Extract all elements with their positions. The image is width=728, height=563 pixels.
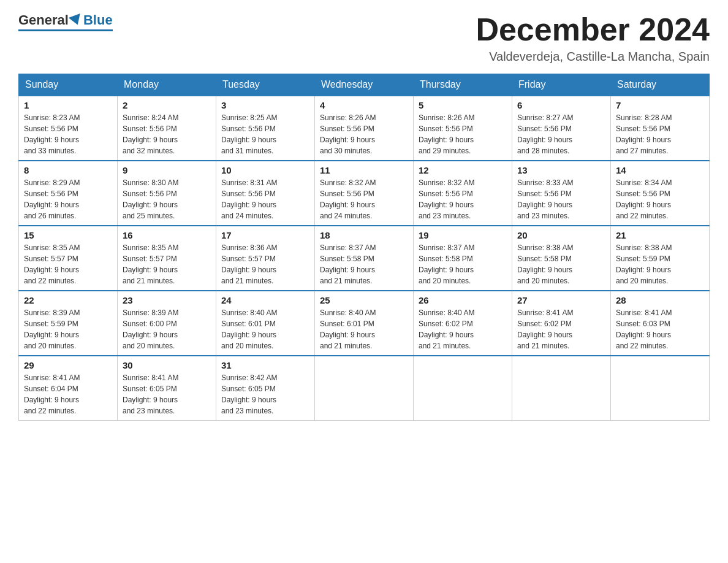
day-info: Sunrise: 8:40 AM Sunset: 6:01 PM Dayligh… <box>221 307 309 351</box>
day-number: 26 <box>419 295 507 305</box>
week-row-3: 15 Sunrise: 8:35 AM Sunset: 5:57 PM Dayl… <box>19 226 710 291</box>
day-info: Sunrise: 8:40 AM Sunset: 6:02 PM Dayligh… <box>419 307 507 351</box>
day-number: 6 <box>517 100 605 110</box>
day-info: Sunrise: 8:41 AM Sunset: 6:04 PM Dayligh… <box>24 372 112 416</box>
page-header: General Blue December 2024 Valdeverdeja,… <box>18 12 710 64</box>
week-row-5: 29 Sunrise: 8:41 AM Sunset: 6:04 PM Dayl… <box>19 356 710 421</box>
day-info: Sunrise: 8:32 AM Sunset: 5:56 PM Dayligh… <box>320 177 408 221</box>
day-number: 25 <box>320 295 408 305</box>
day-number: 31 <box>221 360 309 370</box>
weekday-header-monday: Monday <box>118 74 216 96</box>
day-info: Sunrise: 8:26 AM Sunset: 5:56 PM Dayligh… <box>419 112 507 156</box>
weekday-header-sunday: Sunday <box>19 74 118 96</box>
day-info: Sunrise: 8:29 AM Sunset: 5:56 PM Dayligh… <box>24 177 112 221</box>
calendar-cell <box>414 356 512 421</box>
day-number: 20 <box>517 230 605 240</box>
calendar-cell: 11 Sunrise: 8:32 AM Sunset: 5:56 PM Dayl… <box>315 161 414 226</box>
calendar-cell: 13 Sunrise: 8:33 AM Sunset: 5:56 PM Dayl… <box>512 161 611 226</box>
title-block: December 2024 Valdeverdeja, Castille-La … <box>476 12 710 64</box>
calendar-cell: 1 Sunrise: 8:23 AM Sunset: 5:56 PM Dayli… <box>19 96 118 161</box>
day-info: Sunrise: 8:35 AM Sunset: 5:57 PM Dayligh… <box>123 242 211 286</box>
calendar-cell: 6 Sunrise: 8:27 AM Sunset: 5:56 PM Dayli… <box>512 96 611 161</box>
day-info: Sunrise: 8:41 AM Sunset: 6:05 PM Dayligh… <box>123 372 211 416</box>
calendar-cell: 22 Sunrise: 8:39 AM Sunset: 5:59 PM Dayl… <box>19 291 118 356</box>
day-info: Sunrise: 8:32 AM Sunset: 5:56 PM Dayligh… <box>419 177 507 221</box>
week-row-4: 22 Sunrise: 8:39 AM Sunset: 5:59 PM Dayl… <box>19 291 710 356</box>
day-info: Sunrise: 8:38 AM Sunset: 5:59 PM Dayligh… <box>616 242 704 286</box>
calendar-cell: 26 Sunrise: 8:40 AM Sunset: 6:02 PM Dayl… <box>414 291 512 356</box>
calendar-cell: 8 Sunrise: 8:29 AM Sunset: 5:56 PM Dayli… <box>19 161 118 226</box>
calendar-table: SundayMondayTuesdayWednesdayThursdayFrid… <box>18 74 710 421</box>
day-info: Sunrise: 8:36 AM Sunset: 5:57 PM Dayligh… <box>221 242 309 286</box>
week-row-2: 8 Sunrise: 8:29 AM Sunset: 5:56 PM Dayli… <box>19 161 710 226</box>
day-info: Sunrise: 8:39 AM Sunset: 5:59 PM Dayligh… <box>24 307 112 351</box>
day-info: Sunrise: 8:30 AM Sunset: 5:56 PM Dayligh… <box>123 177 211 221</box>
week-row-1: 1 Sunrise: 8:23 AM Sunset: 5:56 PM Dayli… <box>19 96 710 161</box>
day-info: Sunrise: 8:26 AM Sunset: 5:56 PM Dayligh… <box>320 112 408 156</box>
calendar-cell: 12 Sunrise: 8:32 AM Sunset: 5:56 PM Dayl… <box>414 161 512 226</box>
calendar-cell: 30 Sunrise: 8:41 AM Sunset: 6:05 PM Dayl… <box>118 356 216 421</box>
calendar-cell: 29 Sunrise: 8:41 AM Sunset: 6:04 PM Dayl… <box>19 356 118 421</box>
day-number: 24 <box>221 295 309 305</box>
logo-underline <box>18 29 113 31</box>
day-number: 23 <box>123 295 211 305</box>
weekday-header-friday: Friday <box>512 74 611 96</box>
day-info: Sunrise: 8:41 AM Sunset: 6:03 PM Dayligh… <box>616 307 704 351</box>
calendar-cell: 5 Sunrise: 8:26 AM Sunset: 5:56 PM Dayli… <box>414 96 512 161</box>
weekday-header-tuesday: Tuesday <box>216 74 315 96</box>
day-number: 7 <box>616 100 704 110</box>
day-info: Sunrise: 8:33 AM Sunset: 5:56 PM Dayligh… <box>517 177 605 221</box>
day-info: Sunrise: 8:34 AM Sunset: 5:56 PM Dayligh… <box>616 177 704 221</box>
day-number: 28 <box>616 295 704 305</box>
calendar-cell <box>315 356 414 421</box>
calendar-cell: 31 Sunrise: 8:42 AM Sunset: 6:05 PM Dayl… <box>216 356 315 421</box>
logo-blue-text: Blue <box>83 12 113 28</box>
day-info: Sunrise: 8:40 AM Sunset: 6:01 PM Dayligh… <box>320 307 408 351</box>
calendar-cell: 20 Sunrise: 8:38 AM Sunset: 5:58 PM Dayl… <box>512 226 611 291</box>
day-info: Sunrise: 8:38 AM Sunset: 5:58 PM Dayligh… <box>517 242 605 286</box>
day-number: 21 <box>616 230 704 240</box>
location-title: Valdeverdeja, Castille-La Mancha, Spain <box>476 50 710 64</box>
weekday-header-wednesday: Wednesday <box>315 74 414 96</box>
day-number: 2 <box>123 100 211 110</box>
logo: General Blue <box>18 12 113 31</box>
day-number: 11 <box>320 165 408 175</box>
logo-general-text: General <box>18 12 69 28</box>
calendar-cell <box>512 356 611 421</box>
calendar-cell: 3 Sunrise: 8:25 AM Sunset: 5:56 PM Dayli… <box>216 96 315 161</box>
day-number: 4 <box>320 100 408 110</box>
day-number: 19 <box>419 230 507 240</box>
calendar-cell: 23 Sunrise: 8:39 AM Sunset: 6:00 PM Dayl… <box>118 291 216 356</box>
day-info: Sunrise: 8:28 AM Sunset: 5:56 PM Dayligh… <box>616 112 704 156</box>
day-number: 12 <box>419 165 507 175</box>
day-number: 22 <box>24 295 112 305</box>
day-info: Sunrise: 8:39 AM Sunset: 6:00 PM Dayligh… <box>123 307 211 351</box>
calendar-cell: 10 Sunrise: 8:31 AM Sunset: 5:56 PM Dayl… <box>216 161 315 226</box>
day-number: 18 <box>320 230 408 240</box>
day-info: Sunrise: 8:37 AM Sunset: 5:58 PM Dayligh… <box>419 242 507 286</box>
calendar-cell: 2 Sunrise: 8:24 AM Sunset: 5:56 PM Dayli… <box>118 96 216 161</box>
calendar-cell: 27 Sunrise: 8:41 AM Sunset: 6:02 PM Dayl… <box>512 291 611 356</box>
calendar-cell: 25 Sunrise: 8:40 AM Sunset: 6:01 PM Dayl… <box>315 291 414 356</box>
day-info: Sunrise: 8:24 AM Sunset: 5:56 PM Dayligh… <box>123 112 211 156</box>
day-info: Sunrise: 8:35 AM Sunset: 5:57 PM Dayligh… <box>24 242 112 286</box>
calendar-cell: 24 Sunrise: 8:40 AM Sunset: 6:01 PM Dayl… <box>216 291 315 356</box>
day-number: 17 <box>221 230 309 240</box>
day-number: 13 <box>517 165 605 175</box>
calendar-cell: 17 Sunrise: 8:36 AM Sunset: 5:57 PM Dayl… <box>216 226 315 291</box>
day-number: 14 <box>616 165 704 175</box>
day-number: 30 <box>123 360 211 370</box>
calendar-cell: 21 Sunrise: 8:38 AM Sunset: 5:59 PM Dayl… <box>611 226 710 291</box>
day-number: 15 <box>24 230 112 240</box>
day-info: Sunrise: 8:41 AM Sunset: 6:02 PM Dayligh… <box>517 307 605 351</box>
calendar-cell: 19 Sunrise: 8:37 AM Sunset: 5:58 PM Dayl… <box>414 226 512 291</box>
day-info: Sunrise: 8:25 AM Sunset: 5:56 PM Dayligh… <box>221 112 309 156</box>
calendar-cell: 16 Sunrise: 8:35 AM Sunset: 5:57 PM Dayl… <box>118 226 216 291</box>
weekday-header-saturday: Saturday <box>611 74 710 96</box>
day-info: Sunrise: 8:42 AM Sunset: 6:05 PM Dayligh… <box>221 372 309 416</box>
day-info: Sunrise: 8:23 AM Sunset: 5:56 PM Dayligh… <box>24 112 112 156</box>
calendar-cell: 14 Sunrise: 8:34 AM Sunset: 5:56 PM Dayl… <box>611 161 710 226</box>
calendar-cell: 9 Sunrise: 8:30 AM Sunset: 5:56 PM Dayli… <box>118 161 216 226</box>
weekday-header-row: SundayMondayTuesdayWednesdayThursdayFrid… <box>19 74 710 96</box>
day-info: Sunrise: 8:27 AM Sunset: 5:56 PM Dayligh… <box>517 112 605 156</box>
